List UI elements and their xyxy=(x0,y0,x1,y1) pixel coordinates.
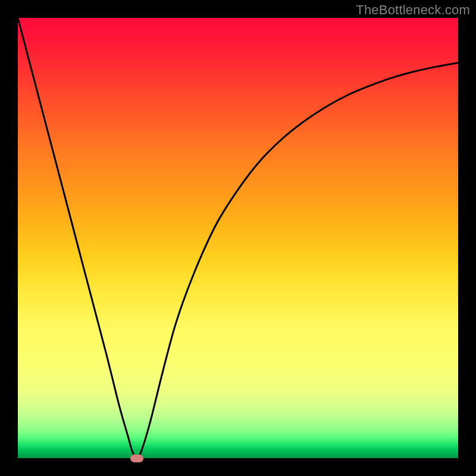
minimum-marker xyxy=(130,455,143,462)
bottleneck-curve-path xyxy=(18,18,458,458)
plot-area xyxy=(18,18,458,458)
curve-svg xyxy=(18,18,458,458)
chart-frame: TheBottleneck.com xyxy=(0,0,476,476)
watermark-text: TheBottleneck.com xyxy=(356,2,470,18)
